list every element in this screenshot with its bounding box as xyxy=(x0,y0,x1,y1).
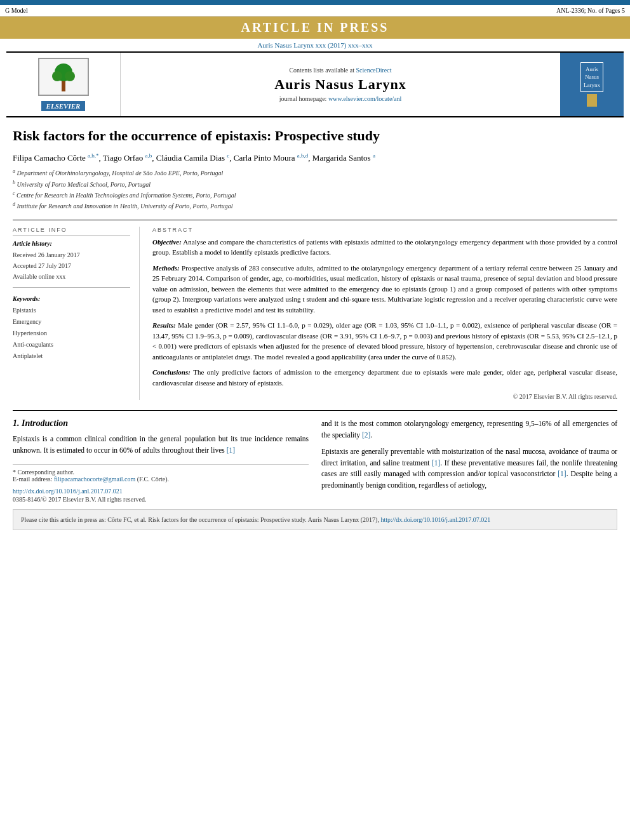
results-label: Results: xyxy=(152,321,176,329)
methods-text: Prospective analysis of 283 consecutive … xyxy=(152,264,617,314)
anl-number: ANL-2336; No. of Pages 5 xyxy=(556,7,625,14)
affiliation-a: a Department of Otorhinolaryngology, Hos… xyxy=(13,168,617,178)
issn-line: 0385-8146/© 2017 Elsevier B.V. All right… xyxy=(13,496,309,503)
article-info-column: ARTICLE INFO Article history: Received 2… xyxy=(13,227,140,401)
journal-header: ELSEVIER Contents lists available at Sci… xyxy=(6,51,624,117)
journal-mini-emblem xyxy=(587,94,597,107)
info-abstract-section: ARTICLE INFO Article history: Received 2… xyxy=(13,220,617,401)
keyword-anticoagulants: Anti-coagulants xyxy=(13,339,130,350)
svg-point-2 xyxy=(52,71,62,81)
email-link[interactable]: filipacamachocorte@gmail.com xyxy=(54,476,135,483)
journal-header-center: Contents lists available at ScienceDirec… xyxy=(121,53,560,116)
intro-p1-col1: Epistaxis is a common clinical condition… xyxy=(13,434,309,457)
journal-mini-box: Auris Nasus Larynx xyxy=(580,62,603,93)
abstract-column: ABSTRACT Objective: Analyse and compare … xyxy=(152,227,617,401)
available-online: Available online xxx xyxy=(13,271,130,282)
methods-label: Methods: xyxy=(152,264,180,272)
abstract-conclusions: Conclusions: The only predictive factors… xyxy=(152,367,617,388)
keyword-hypertension: Hypertension xyxy=(13,328,130,339)
keywords-label: Keywords: xyxy=(13,295,130,302)
keyword-antiplatelet: Antiplatelet xyxy=(13,350,130,362)
elsevier-tree-icon xyxy=(44,61,83,93)
received-date: Received 26 January 2017 xyxy=(13,250,130,260)
citation-text: Please cite this article in press as: Cô… xyxy=(21,516,379,523)
authors: Filipa Camacho Côrte a,b,*, Tiago Orfao … xyxy=(13,152,617,164)
body-two-col: 1. Introduction Epistaxis is a common cl… xyxy=(13,418,617,503)
corresponding-author-note: * Corresponding author. xyxy=(13,469,309,476)
journal-homepage: journal homepage: www.elsevier.com/locat… xyxy=(279,95,402,102)
doi-line: http://dx.doi.org/10.1016/j.anl.2017.07.… xyxy=(13,488,309,495)
results-text: Male gender (OR = 2.57, 95% CI 1.1–6.0, … xyxy=(152,321,617,361)
conclusions-label: Conclusions: xyxy=(152,368,191,376)
svg-point-3 xyxy=(65,71,75,81)
journal-logo-mini-area: Auris Nasus Larynx xyxy=(560,53,624,116)
article-in-press-banner: ARTICLE IN PRESS xyxy=(0,17,630,39)
section-divider xyxy=(13,410,617,411)
intro-p1-col2: and it is the most common otolaryngology… xyxy=(321,418,617,441)
conclusions-text: The only predictive factors of admission… xyxy=(152,368,617,387)
introduction-heading: 1. Introduction xyxy=(13,418,309,429)
contents-available: Contents lists available at ScienceDirec… xyxy=(289,67,391,74)
journal-name: Auris Nasus Larynx xyxy=(274,76,406,93)
email-line: E-mail address: filipacamachocorte@gmail… xyxy=(13,476,309,483)
keyword-emergency: Emergency xyxy=(13,316,130,328)
g-model-label: G Model xyxy=(5,7,28,14)
abstract-label: ABSTRACT xyxy=(152,227,617,233)
journal-homepage-link[interactable]: www.elsevier.com/locate/anl xyxy=(328,95,401,102)
journal-logo-mini: Auris Nasus Larynx xyxy=(580,62,603,107)
ref-2-link[interactable]: [2] xyxy=(362,431,370,439)
top-blue-strip xyxy=(0,0,630,5)
doi-link[interactable]: http://dx.doi.org/10.1016/j.anl.2017.07.… xyxy=(13,488,123,495)
article-history-label: Article history: xyxy=(13,240,130,247)
intro-p2-col2: Epistaxis are generally preventable with… xyxy=(321,446,617,491)
elsevier-emblem xyxy=(38,58,89,96)
journal-ref: Auris Nasus Larynx xxx (2017) xxx–xxx xyxy=(0,39,630,51)
ref-1-link[interactable]: [1] xyxy=(227,446,235,454)
objective-label: Objective: xyxy=(152,238,182,246)
affiliation-b: b University of Porto Medical School, Po… xyxy=(13,179,617,190)
article-title: Risk factors for the occurrence of epist… xyxy=(13,127,617,145)
copyright-line: © 2017 Elsevier B.V. All rights reserved… xyxy=(152,393,617,400)
accepted-date: Accepted 27 July 2017 xyxy=(13,260,130,271)
body-col-right: and it is the most common otolaryngology… xyxy=(321,418,617,503)
main-content: Risk factors for the occurrence of epist… xyxy=(0,117,630,540)
elsevier-text: ELSEVIER xyxy=(38,98,89,111)
abstract-methods: Methods: Prospective analysis of 283 con… xyxy=(152,263,617,316)
keyword-epistaxis: Epistaxis xyxy=(13,305,130,316)
abstract-objective: Objective: Analyse and compare the chara… xyxy=(152,237,617,258)
affiliation-c: c Centre for Research in Health Technolo… xyxy=(13,190,617,201)
article-info-label: ARTICLE INFO xyxy=(13,227,130,233)
ref-1b-link[interactable]: [1] xyxy=(432,459,440,467)
g-model-bar: G Model ANL-2336; No. of Pages 5 xyxy=(0,5,630,17)
sciencedirect-link[interactable]: ScienceDirect xyxy=(356,67,391,74)
citation-box: Please cite this article in press as: Cô… xyxy=(13,509,617,530)
affiliations: a Department of Otorhinolaryngology, Hos… xyxy=(13,168,617,211)
footnote-area: * Corresponding author. E-mail address: … xyxy=(13,464,309,503)
authors-text: Filipa Camacho Côrte a,b,*, Tiago Orfao … xyxy=(13,153,375,163)
citation-doi-link[interactable]: http://dx.doi.org/10.1016/j.anl.2017.07.… xyxy=(380,516,490,523)
svg-rect-0 xyxy=(62,80,65,91)
objective-text: Analyse and compare the characteristics … xyxy=(152,238,617,257)
affiliation-d: d Institute for Research and Innovation … xyxy=(13,201,617,211)
ref-1c-link[interactable]: [1] xyxy=(558,470,566,477)
abstract-results: Results: Male gender (OR = 2.57, 95% CI … xyxy=(152,320,617,362)
body-col-left: 1. Introduction Epistaxis is a common cl… xyxy=(13,418,309,503)
elsevier-logo-area: ELSEVIER xyxy=(6,53,121,116)
email-suffix: (F.C. Côrte). xyxy=(137,476,169,483)
